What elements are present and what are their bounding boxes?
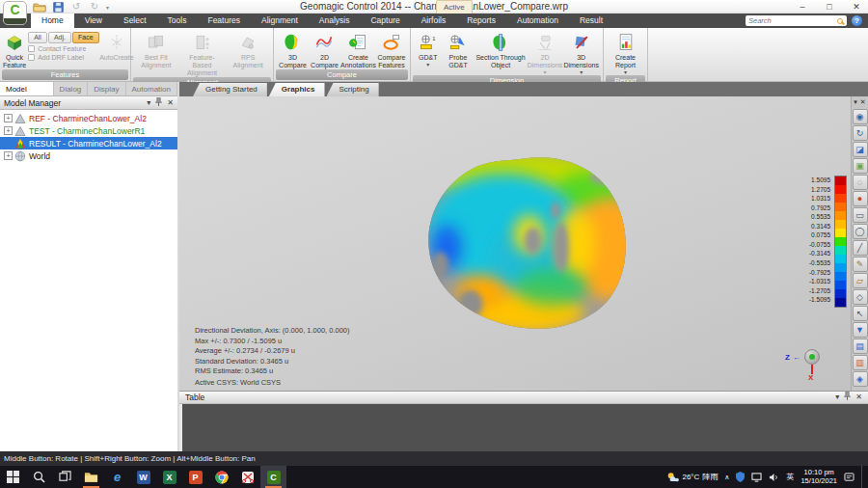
snipping-app-icon[interactable] bbox=[234, 466, 260, 488]
add-drf-label-checkbox[interactable]: Add DRF Label bbox=[28, 54, 97, 61]
task-view-icon[interactable] bbox=[52, 466, 78, 488]
gdt-button[interactable]: 1 GD&T ▾ bbox=[414, 30, 442, 75]
pin-icon[interactable] bbox=[155, 97, 162, 109]
custom-region-select-icon[interactable]: ▱ bbox=[853, 273, 868, 288]
menu-tab-result[interactable]: Result bbox=[569, 14, 613, 28]
compare-features-button[interactable]: Compare Features bbox=[376, 30, 407, 69]
menu-tab-features[interactable]: Features bbox=[197, 14, 251, 28]
tray-expand-icon[interactable]: ∧ bbox=[724, 474, 729, 481]
show-desktop-button[interactable] bbox=[861, 466, 864, 488]
line-select-icon[interactable]: ╱ bbox=[853, 240, 868, 256]
close-panel-icon[interactable]: ✕ bbox=[855, 393, 862, 402]
network-icon[interactable] bbox=[751, 473, 762, 482]
maximize-button[interactable]: □ bbox=[824, 0, 835, 14]
ellipse-select-icon[interactable]: ◯ bbox=[853, 224, 868, 239]
orientation-gizmo[interactable]: Z ← X bbox=[785, 346, 827, 383]
deviation-heatmap-model[interactable] bbox=[414, 152, 650, 333]
spin-view-icon[interactable]: ↻ bbox=[853, 125, 868, 141]
search-input[interactable] bbox=[748, 16, 837, 25]
toggle-adj[interactable]: Adj. bbox=[48, 32, 71, 43]
capture-image-icon[interactable]: ▣ bbox=[853, 158, 868, 174]
pin-icon[interactable] bbox=[844, 392, 851, 403]
menu-tab-reports[interactable]: Reports bbox=[456, 14, 506, 28]
rotate-view-icon[interactable]: ◉ bbox=[853, 109, 868, 124]
expand-toggle-icon[interactable]: + bbox=[4, 114, 13, 122]
select-through-icon[interactable]: ▥ bbox=[853, 355, 868, 370]
3d-compare-button[interactable]: 3D Compare bbox=[277, 30, 309, 69]
2d-dimensions-button[interactable]: 2D Dimensions ▾ bbox=[528, 30, 563, 75]
expand-toggle-icon[interactable]: + bbox=[4, 151, 13, 160]
rps-alignment-button[interactable]: RPS Alignment bbox=[226, 30, 270, 77]
feature-based-alignment-button[interactable]: Feature-Based Alignment bbox=[180, 30, 225, 77]
word-icon[interactable]: W bbox=[130, 466, 156, 488]
notification-center-icon[interactable] bbox=[844, 473, 854, 482]
brush-select-icon[interactable]: ✎ bbox=[853, 257, 868, 272]
menu-tab-capture[interactable]: Capture bbox=[360, 14, 410, 28]
taskbar-search-icon[interactable] bbox=[26, 466, 52, 488]
backface-select-icon[interactable]: ◈ bbox=[853, 371, 868, 387]
menu-tab-home[interactable]: Home bbox=[31, 14, 74, 28]
defender-shield-icon[interactable] bbox=[736, 472, 745, 482]
help-icon[interactable]: ? bbox=[852, 15, 862, 26]
close-panel-icon[interactable]: ✕ bbox=[167, 98, 174, 108]
3d-dimensions-button[interactable]: 3D Dimensions ▾ bbox=[562, 30, 600, 75]
menu-tab-select[interactable]: Select bbox=[113, 14, 157, 28]
volume-icon[interactable] bbox=[769, 473, 779, 482]
close-button[interactable]: ✕ bbox=[851, 0, 862, 14]
flood-select-icon[interactable]: ▼ bbox=[853, 322, 868, 338]
select-visible-icon[interactable]: ▤ bbox=[853, 339, 868, 354]
menu-tab-airfoils[interactable]: Airfoils bbox=[411, 14, 457, 28]
toolbar-close-icon[interactable]: ✕ bbox=[860, 98, 866, 106]
fit-view-icon[interactable]: ◪ bbox=[853, 142, 868, 157]
panel-menu-icon[interactable]: ▾ bbox=[835, 393, 839, 402]
best-fit-alignment-button[interactable]: Best Fit Alignment bbox=[134, 30, 178, 77]
tab-scripting[interactable]: Scripting bbox=[327, 83, 379, 96]
tree-item[interactable]: +TEST - CharmineChanLowerR1 bbox=[0, 124, 177, 137]
geomagic-taskbar-icon[interactable]: C bbox=[260, 466, 286, 488]
search-box[interactable] bbox=[746, 15, 847, 26]
tab-dialog[interactable]: Dialog bbox=[54, 82, 89, 95]
2d-compare-button[interactable]: 2D Compare bbox=[309, 30, 340, 69]
rectangle-select-icon[interactable]: ▭ bbox=[853, 207, 868, 223]
zoom-window-icon[interactable]: ◌ bbox=[853, 175, 868, 190]
menu-tab-view[interactable]: View bbox=[74, 14, 113, 28]
create-report-button[interactable]: Create Report ▾ bbox=[607, 30, 644, 75]
section-through-object-button[interactable]: Section Through Object bbox=[474, 30, 527, 75]
file-explorer-icon[interactable] bbox=[78, 466, 104, 488]
tab-automation[interactable]: Automation bbox=[126, 82, 177, 95]
menu-tab-tools[interactable]: Tools bbox=[157, 14, 198, 28]
probe-gdt-button[interactable]: Probe GD&T bbox=[442, 30, 474, 75]
panel-menu-icon[interactable]: ▾ bbox=[147, 98, 150, 108]
tab-getting-started[interactable]: Getting Started bbox=[193, 83, 267, 96]
toggle-all[interactable]: All bbox=[28, 32, 47, 43]
autocreate-button[interactable]: AutoCreate bbox=[99, 30, 133, 69]
minimize-button[interactable]: – bbox=[797, 0, 808, 14]
powerpoint-icon[interactable]: P bbox=[182, 466, 208, 488]
tab-display[interactable]: Display bbox=[88, 82, 125, 95]
toolbar-menu-icon[interactable]: ▾ bbox=[854, 98, 857, 106]
start-button[interactable] bbox=[0, 466, 26, 488]
tab-graphics[interactable]: Graphics bbox=[269, 83, 325, 96]
toggle-face[interactable]: Face bbox=[72, 32, 99, 43]
3d-viewport[interactable]: Directional Deviation, Axis: (0.000, 1.0… bbox=[179, 96, 851, 391]
color-wheel-icon[interactable]: ● bbox=[853, 191, 868, 206]
pen-select-icon[interactable]: ↖ bbox=[853, 306, 868, 321]
menu-tab-automation[interactable]: Automation bbox=[506, 14, 569, 28]
tree-item[interactable]: +REF - CharmineChanLower_Al2 bbox=[0, 112, 177, 124]
excel-icon[interactable]: X bbox=[156, 466, 182, 488]
ime-indicator[interactable]: 英 bbox=[786, 472, 794, 482]
weather-widget[interactable]: 26°C 陣雨 bbox=[666, 472, 718, 482]
tree-item[interactable]: +World bbox=[0, 149, 177, 162]
create-annotations-button[interactable]: Create Annotations bbox=[340, 30, 376, 69]
tree-item[interactable]: RESULT - CharmineChanLower_Al2 bbox=[0, 137, 177, 149]
search-icon[interactable] bbox=[837, 18, 843, 24]
expand-toggle-icon[interactable]: + bbox=[4, 126, 13, 135]
contact-feature-checkbox[interactable]: Contact Feature bbox=[28, 45, 97, 52]
polygon-select-icon[interactable]: ◇ bbox=[853, 289, 868, 305]
internet-explorer-icon[interactable]: e bbox=[104, 466, 130, 488]
clock[interactable]: 10:10 pm 15/10/2021 bbox=[800, 469, 837, 485]
menu-tab-analysis[interactable]: Analysis bbox=[309, 14, 361, 28]
quick-feature-button[interactable]: Quick Feature bbox=[3, 30, 26, 69]
geomagic-logo-icon[interactable]: C bbox=[3, 1, 27, 25]
chrome-icon[interactable] bbox=[208, 466, 234, 488]
